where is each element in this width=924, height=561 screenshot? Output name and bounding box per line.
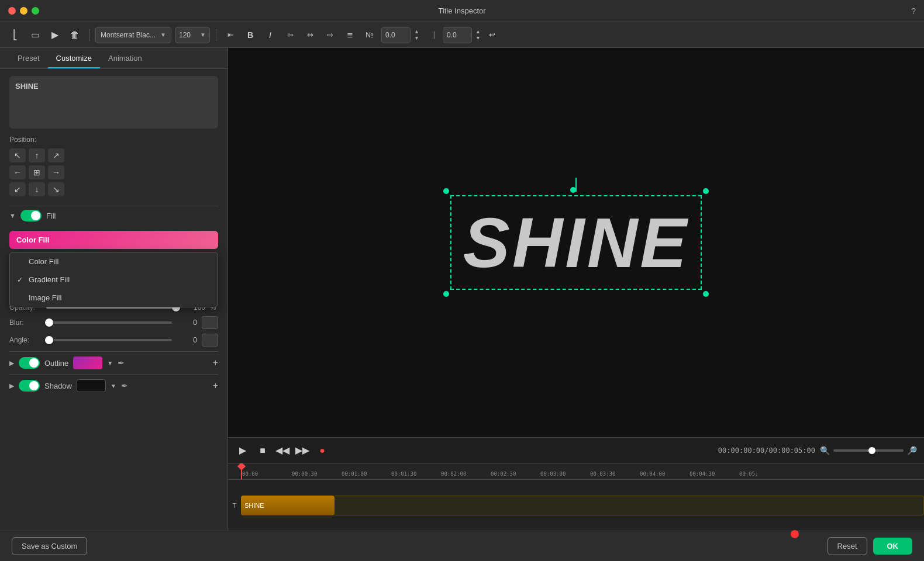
close-button[interactable]	[8, 7, 16, 15]
decrement-icon[interactable]: ▼	[414, 35, 419, 41]
menu-item-color-fill[interactable]: Color Fill	[10, 252, 218, 271]
shine-preview-label: SHINE	[15, 82, 39, 91]
ruler-mark-0: 00:00	[241, 471, 291, 477]
preview-canvas[interactable]: SHINE	[228, 48, 924, 437]
numeric-val1[interactable]: 0.0	[381, 27, 411, 43]
decrement2-icon[interactable]: ▼	[475, 35, 481, 41]
blur-value: 0	[177, 318, 197, 327]
handle-bottom-right[interactable]	[703, 291, 709, 297]
clip-block[interactable]: SHINE	[241, 496, 335, 515]
increment2-icon[interactable]: ▲	[475, 29, 481, 35]
shadow-eyedropper-icon[interactable]: ✒	[121, 381, 128, 390]
font-size-dropdown[interactable]: 120 ▼	[175, 27, 210, 43]
menu-item-gradient-fill[interactable]: ✓ Gradient Fill	[10, 271, 218, 289]
play-button[interactable]: ▶	[235, 443, 250, 458]
zoom-out-icon[interactable]: 🔍	[820, 446, 830, 455]
justify-icon[interactable]: ≣	[342, 27, 358, 43]
separator2	[216, 29, 216, 41]
ruler-mark-7: 00:03:30	[589, 471, 639, 477]
maximize-button[interactable]	[32, 7, 39, 15]
strikethrough-icon[interactable]: №	[361, 27, 378, 43]
ruler-mark-6: 00:03:00	[539, 471, 589, 477]
media-icon[interactable]: ▶	[47, 27, 63, 43]
align-right-icon[interactable]: ⇨	[322, 27, 338, 43]
zoom-in-icon[interactable]: 🔎	[907, 446, 917, 455]
align-center-icon[interactable]: ⇔	[302, 27, 318, 43]
pos-bottom[interactable]: ↓	[29, 182, 45, 196]
fill-toggle[interactable]	[20, 210, 42, 221]
align-para-icon[interactable]: ⇦	[282, 27, 298, 43]
shadow-color-swatch[interactable]	[77, 379, 106, 392]
shadow-toggle[interactable]	[19, 380, 40, 392]
bottom-bar: Save as Custom Reset OK	[0, 531, 924, 561]
rewind-button[interactable]: ◀◀	[275, 443, 290, 458]
timeline-area: ▶ ■ ◀◀ ▶▶ ● 00:00:00:00/00:00:05:00 🔍 🔎	[228, 437, 924, 531]
ruler-mark-4: 00:02:00	[440, 471, 489, 477]
line-height-icon[interactable]: ⎹	[423, 27, 439, 43]
save-custom-button[interactable]: Save as Custom	[12, 537, 87, 555]
fill-chevron[interactable]: ▼	[9, 212, 16, 219]
help-icon[interactable]: ?	[911, 6, 916, 16]
ok-button[interactable]: OK	[873, 538, 913, 555]
minimize-button[interactable]	[20, 7, 27, 15]
outline-chevron[interactable]: ▶	[9, 359, 14, 367]
blur-slider[interactable]	[46, 321, 172, 324]
handle-top-right[interactable]	[703, 188, 709, 194]
ruler-mark-3: 00:01:30	[390, 471, 440, 477]
ruler-mark-8: 00:04:00	[639, 471, 688, 477]
tab-animation[interactable]: Animation	[100, 48, 150, 68]
trash-icon[interactable]: 🗑	[67, 27, 83, 43]
blur-input[interactable]	[202, 316, 218, 329]
selection-box: SHINE	[450, 195, 702, 290]
shadow-chevron[interactable]: ▶	[9, 382, 14, 390]
outline-color-swatch[interactable]	[73, 356, 102, 369]
handle-top-center[interactable]	[570, 187, 576, 193]
outline-color-chevron[interactable]: ▼	[107, 360, 113, 366]
step-forward-button[interactable]: ▶▶	[295, 443, 310, 458]
angle-thumb[interactable]	[45, 336, 53, 344]
increment-icon[interactable]: ▲	[414, 29, 419, 35]
reset-button[interactable]: Reset	[828, 537, 867, 555]
pos-bottom-right[interactable]: ↘	[48, 182, 64, 196]
pos-left[interactable]: ←	[9, 165, 26, 179]
chevron-down-icon: ▼	[200, 32, 206, 38]
add-outline-button[interactable]: +	[213, 358, 218, 368]
pos-bottom-left[interactable]: ↙	[9, 182, 26, 196]
tab-preset[interactable]: Preset	[9, 48, 48, 68]
record-button[interactable]: ●	[315, 443, 330, 458]
outline-toggle[interactable]	[19, 357, 40, 369]
numeric-val2[interactable]: 0.0	[443, 27, 472, 43]
fill-dropdown-button[interactable]: Color Fill	[9, 231, 218, 249]
blur-thumb[interactable]	[45, 318, 53, 327]
tabs-row: Preset Customize Animation	[0, 48, 227, 69]
pos-top-right[interactable]: ↗	[48, 148, 64, 162]
frame-icon[interactable]: ▭	[27, 27, 43, 43]
outline-label: Outline	[44, 359, 68, 368]
angle-slider[interactable]	[46, 339, 172, 341]
pos-top-left[interactable]: ↖	[9, 148, 26, 162]
handle-top-left[interactable]	[443, 188, 449, 194]
stop-button[interactable]: ■	[255, 443, 270, 458]
pos-center[interactable]: ⊞	[29, 165, 45, 179]
shadow-color-chevron[interactable]: ▼	[111, 383, 116, 389]
bold-icon[interactable]: B	[242, 27, 258, 43]
menu-item-image-fill[interactable]: Image Fill	[10, 289, 218, 307]
align-left-icon[interactable]: ⇤	[222, 27, 239, 43]
italic-icon[interactable]: I	[262, 27, 278, 43]
add-shadow-button[interactable]: +	[213, 380, 218, 391]
separator	[89, 29, 89, 41]
tab-customize[interactable]: Customize	[48, 48, 100, 68]
pos-top[interactable]: ↑	[29, 148, 45, 162]
zoom-thumb[interactable]	[868, 447, 875, 454]
eyedropper-icon[interactable]: ✒	[118, 358, 125, 368]
angle-input[interactable]	[202, 334, 218, 347]
chevron-down-icon: ▼	[160, 32, 166, 38]
zoom-slider[interactable]	[833, 449, 904, 452]
wrap-icon[interactable]: ↩	[484, 27, 501, 43]
timeline-tracks: T SHINE	[228, 480, 924, 531]
playhead-diamond	[237, 463, 246, 470]
text-format-icon[interactable]: ⎣	[7, 27, 23, 43]
pos-right[interactable]: →	[48, 165, 64, 179]
handle-bottom-left[interactable]	[443, 291, 449, 297]
font-dropdown[interactable]: Montserrat Blac... ▼	[95, 27, 171, 43]
